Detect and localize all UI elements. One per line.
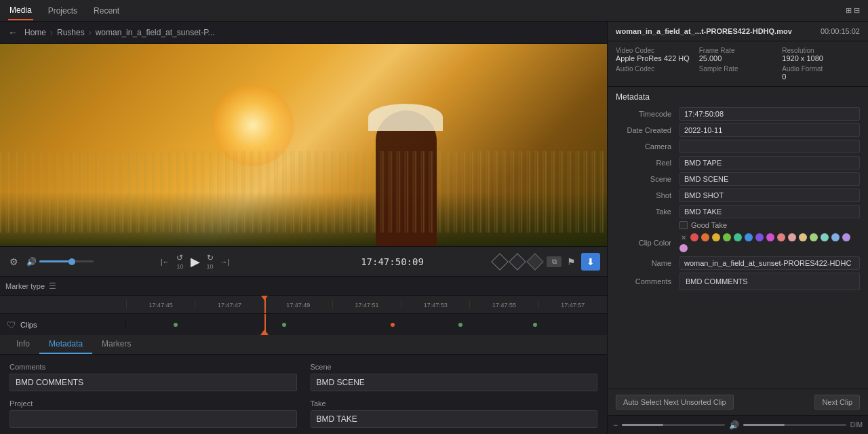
scene-input[interactable] xyxy=(311,374,598,391)
take-input[interactable] xyxy=(311,410,598,428)
volume-slider-track[interactable] xyxy=(39,260,94,262)
track-label: 🛡 Clips xyxy=(0,319,126,330)
volume-right-slider[interactable] xyxy=(743,424,846,426)
color-dot-3[interactable] xyxy=(723,233,731,241)
timeline-track: 🛡 Clips xyxy=(0,313,607,335)
color-dot-6[interactable] xyxy=(755,233,764,241)
project-input[interactable] xyxy=(9,410,297,428)
color-dot-15[interactable] xyxy=(679,244,688,252)
volume-control[interactable]: 🔊 xyxy=(26,257,94,267)
video-container xyxy=(0,44,607,246)
transport-bar: ⚙ 🔊 |← ↺ 10 ▶ ↻ 10 xyxy=(0,246,607,276)
good-take-check[interactable]: Good Take xyxy=(679,221,860,229)
diamond-marker-btn[interactable] xyxy=(491,253,508,270)
camera-input[interactable] xyxy=(679,140,860,153)
right-transport-icons: ⧉ ⚑ ⬇ xyxy=(494,253,600,271)
step-back-btn[interactable]: ↺ 10 xyxy=(176,253,183,270)
view-toggle[interactable]: ⊞ ⊟ xyxy=(846,6,860,15)
scene-meta-input[interactable] xyxy=(679,172,860,186)
audio-format-value: 0 xyxy=(782,73,860,81)
right-playback-bar: − 🔊 DIM xyxy=(608,415,868,434)
volume-icon: 🔊 xyxy=(26,257,37,267)
sort-icon[interactable]: ☰ xyxy=(49,281,56,291)
resolution-value: 1920 x 1080 xyxy=(782,54,860,62)
ruler-mark-5: 17:47:55 xyxy=(469,300,538,309)
color-dot-10[interactable] xyxy=(799,233,807,241)
shot-input[interactable] xyxy=(679,189,860,202)
ruler-mark-6: 17:47:57 xyxy=(538,300,607,309)
color-dot-12[interactable] xyxy=(821,233,829,241)
flag-btn[interactable]: ⚑ xyxy=(567,256,576,267)
settings-icon[interactable]: ⚙ xyxy=(7,254,21,270)
playback-minus-icon[interactable]: − xyxy=(613,420,618,430)
good-take-checkbox[interactable] xyxy=(679,221,688,229)
video-codec-value: Apple ProRes 422 HQ xyxy=(616,54,694,62)
right-header: woman_in_a_field_at_...t-PRORES422-HDHQ.… xyxy=(608,22,868,41)
color-dot-2[interactable] xyxy=(712,233,720,241)
name-input[interactable]: woman_in_a_field_at_sunset-PRORES422-HDH… xyxy=(679,256,860,270)
play-btn[interactable]: ▶ xyxy=(191,254,200,269)
ruler-mark-4: 17:47:53 xyxy=(401,300,469,309)
volume-slider-thumb[interactable] xyxy=(68,258,75,265)
color-dot-1[interactable] xyxy=(701,233,709,241)
nav-media[interactable]: Media xyxy=(8,1,33,20)
playback-slider[interactable] xyxy=(622,424,725,426)
tab-metadata[interactable]: Metadata xyxy=(39,335,92,354)
date-created-input[interactable] xyxy=(679,123,860,137)
scene-meta-row: Scene xyxy=(616,172,860,186)
diamond-slash-btn[interactable] xyxy=(509,253,526,270)
breadcrumb-home[interactable]: Home xyxy=(24,28,46,37)
audio-codec-label: Audio Codec xyxy=(616,65,694,73)
color-dot-7[interactable] xyxy=(766,233,774,241)
nav-recent[interactable]: Recent xyxy=(92,2,121,20)
take-meta-input[interactable] xyxy=(679,205,860,218)
track-name: Clips xyxy=(20,321,37,329)
bottom-tabs: Info Metadata Markers xyxy=(0,335,607,355)
shot-row: Shot xyxy=(616,189,860,202)
ruler-mark-1: 17:47:47 xyxy=(195,300,263,309)
comments-meta-label: Comments xyxy=(616,277,677,285)
color-dot-4[interactable] xyxy=(734,233,742,241)
comments-input[interactable] xyxy=(9,374,297,391)
diamond-outline-btn[interactable] xyxy=(526,253,543,270)
go-to-start-btn[interactable]: |← xyxy=(161,258,170,266)
breadcrumb-rushes[interactable]: Rushes xyxy=(57,28,85,37)
tab-info[interactable]: Info xyxy=(7,335,39,354)
color-dot-14[interactable] xyxy=(842,233,850,241)
volume-right-icon[interactable]: 🔊 xyxy=(729,420,739,430)
right-footer: Auto Select Next Unsorted Clip Next Clip xyxy=(608,389,868,415)
color-dot-13[interactable] xyxy=(831,233,840,241)
back-arrow[interactable]: ← xyxy=(8,27,18,38)
color-dot-0[interactable] xyxy=(690,233,698,241)
color-x-btn[interactable]: ✕ xyxy=(679,233,688,241)
clip-color-label: Clip Color xyxy=(616,239,677,247)
breadcrumb-file[interactable]: woman_in_a_field_at_sunset-P... xyxy=(96,28,215,37)
color-dot-9[interactable] xyxy=(788,233,796,241)
duration: 00:00:15:02 xyxy=(821,27,860,35)
camera-row: Camera xyxy=(616,140,860,153)
color-dot-11[interactable] xyxy=(810,233,818,241)
auto-select-btn[interactable]: Auto Select Next Unsorted Clip xyxy=(616,395,734,410)
right-panel: woman_in_a_field_at_...t-PRORES422-HDHQ.… xyxy=(607,22,868,434)
audio-format-label: Audio Format xyxy=(782,65,860,73)
track-content[interactable] xyxy=(126,314,607,335)
resolution-block: Resolution 1920 x 1080 xyxy=(782,47,860,62)
color-dot-5[interactable] xyxy=(745,233,753,241)
tab-markers[interactable]: Markers xyxy=(92,335,140,354)
nav-projects[interactable]: Projects xyxy=(47,2,79,20)
timecode-display: 17:47:50:09 xyxy=(296,256,488,267)
good-take-row: Good Take xyxy=(616,221,860,229)
export-btn[interactable]: ⬇ xyxy=(581,253,600,271)
timecode-meta-input[interactable] xyxy=(679,107,860,121)
color-dot-8[interactable] xyxy=(777,233,785,241)
take-meta-label: Take xyxy=(616,208,677,216)
go-to-end-btn[interactable]: →| xyxy=(220,258,230,266)
copy-btn[interactable]: ⧉ xyxy=(547,256,561,267)
next-clip-btn[interactable]: Next Clip xyxy=(814,395,860,410)
playhead-tip xyxy=(261,296,268,300)
clip-dot-1 xyxy=(174,323,178,327)
reel-input[interactable] xyxy=(679,156,860,170)
scene-group: Scene xyxy=(311,363,598,391)
step-forward-btn[interactable]: ↻ 10 xyxy=(207,253,214,270)
comments-dropdown[interactable]: BMD COMMENTS xyxy=(679,273,860,290)
